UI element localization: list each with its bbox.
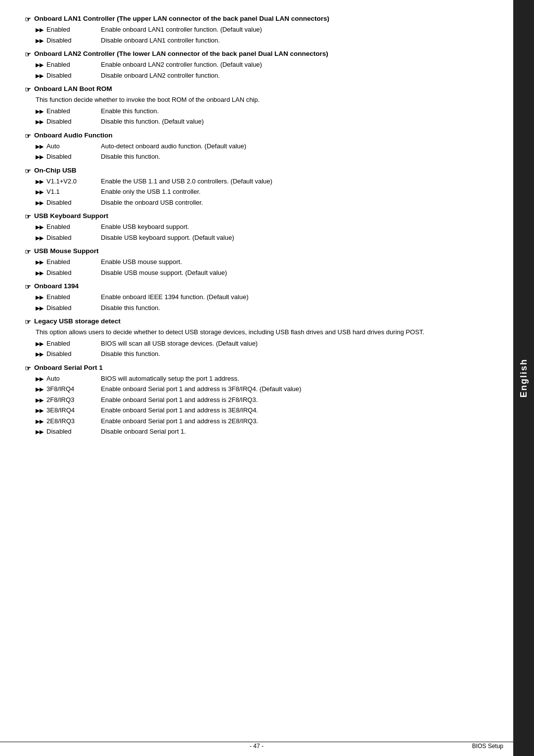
- bullet-icon: ▶▶: [36, 293, 44, 302]
- option-key: V1.1+V2.0: [46, 177, 101, 186]
- cursor-icon: ☞: [25, 167, 31, 175]
- option-value: Enable onboard Serial port 1 and address…: [101, 395, 258, 405]
- option-key: Disabled: [46, 71, 101, 81]
- option-item: ▶▶EnabledEnable onboard LAN2 controller …: [36, 60, 484, 70]
- side-tab-label: English: [519, 358, 529, 398]
- section-title-legacy-usb-detect: ☞Legacy USB storage detect: [25, 317, 484, 326]
- option-list-legacy-usb-detect: ▶▶EnabledBIOS will scan all USB storage …: [36, 339, 484, 359]
- option-key: Auto: [46, 141, 101, 151]
- cursor-icon: ☞: [25, 132, 31, 140]
- option-item: ▶▶EnabledEnable USB keyboard support.: [36, 222, 484, 232]
- option-item: ▶▶DisabledDisable USB mouse support. (De…: [36, 268, 484, 278]
- option-item: ▶▶DisabledDisable this function.: [36, 349, 484, 359]
- option-key: 2E8/IRQ3: [46, 416, 101, 426]
- option-value: Enable only the USB 1.1 controller.: [101, 187, 201, 197]
- option-key: Disabled: [46, 117, 101, 127]
- option-key: 3E8/IRQ4: [46, 405, 101, 415]
- option-key: 2F8/IRQ3: [46, 395, 101, 405]
- section-title-onboard-audio: ☞Onboard Audio Function: [25, 132, 484, 140]
- bullet-icon: ▶▶: [36, 188, 44, 196]
- option-list-lan1-controller: ▶▶EnabledEnable onboard LAN1 controller …: [36, 25, 484, 45]
- bullet-icon: ▶▶: [36, 340, 44, 348]
- option-value: Disable this function.: [101, 152, 160, 162]
- option-key: Enabled: [46, 339, 101, 349]
- footer-bios-label: BIOS Setup: [472, 743, 503, 750]
- option-key: Enabled: [46, 222, 101, 232]
- bullet-icon: ▶▶: [36, 107, 44, 116]
- sections-container: ☞Onboard LAN1 Controller (The upper LAN …: [25, 15, 484, 437]
- option-list-lan-boot-rom: ▶▶EnabledEnable this function.▶▶Disabled…: [36, 106, 484, 127]
- option-key: Disabled: [46, 36, 101, 45]
- option-item: ▶▶EnabledEnable onboard IEEE 1394 functi…: [36, 292, 484, 302]
- cursor-icon: ☞: [25, 86, 31, 93]
- bullet-icon: ▶▶: [36, 417, 44, 426]
- section-title-lan-boot-rom: ☞Onboard LAN Boot ROM: [25, 85, 484, 93]
- cursor-icon: ☞: [25, 364, 31, 372]
- section-title-onboard-serial-port1: ☞Onboard Serial Port 1: [25, 364, 484, 372]
- option-item: ▶▶2F8/IRQ3Enable onboard Serial port 1 a…: [36, 395, 484, 405]
- option-value: Enable the USB 1.1 and USB 2.0 controlle…: [101, 177, 272, 186]
- option-list-onboard-audio: ▶▶AutoAuto-detect onboard audio function…: [36, 141, 484, 162]
- section-title-text: On-Chip USB: [34, 167, 77, 174]
- bullet-icon: ▶▶: [36, 269, 44, 277]
- option-value: Disable USB keyboard support. (Default v…: [101, 233, 234, 243]
- bullet-icon: ▶▶: [36, 178, 44, 186]
- section-lan1-controller: ☞Onboard LAN1 Controller (The upper LAN …: [25, 15, 484, 45]
- section-title-text: Onboard LAN1 Controller (The upper LAN c…: [34, 15, 329, 22]
- section-on-chip-usb: ☞On-Chip USB▶▶V1.1+V2.0Enable the USB 1.…: [25, 167, 484, 208]
- cursor-icon: ☞: [25, 15, 31, 23]
- option-item: ▶▶2E8/IRQ3Enable onboard Serial port 1 a…: [36, 416, 484, 426]
- cursor-icon: ☞: [25, 213, 31, 221]
- option-value: Disable USB mouse support. (Default valu…: [101, 268, 227, 278]
- option-item: ▶▶AutoAuto-detect onboard audio function…: [36, 141, 484, 151]
- option-item: ▶▶3E8/IRQ4Enable onboard Serial port 1 a…: [36, 405, 484, 415]
- option-key: Enabled: [46, 25, 101, 35]
- footer-page-number: - 47 -: [250, 743, 264, 750]
- option-item: ▶▶DisabledDisable USB keyboard support. …: [36, 233, 484, 243]
- option-key: 3F8/IRQ4: [46, 384, 101, 394]
- option-value: Enable onboard Serial port 1 and address…: [101, 416, 258, 426]
- option-key: Disabled: [46, 233, 101, 243]
- section-lan2-controller: ☞Onboard LAN2 Controller (The lower LAN …: [25, 50, 484, 80]
- option-value: Disable onboard LAN1 controller function…: [101, 36, 220, 45]
- option-list-on-chip-usb: ▶▶V1.1+V2.0Enable the USB 1.1 and USB 2.…: [36, 177, 484, 208]
- main-content: ☞Onboard LAN1 Controller (The upper LAN …: [0, 0, 513, 756]
- footer: - 47 - BIOS Setup: [0, 742, 513, 746]
- option-key: Disabled: [46, 198, 101, 208]
- section-title-lan2-controller: ☞Onboard LAN2 Controller (The lower LAN …: [25, 50, 484, 58]
- option-value: Enable onboard IEEE 1394 function. (Defa…: [101, 292, 248, 302]
- option-list-lan2-controller: ▶▶EnabledEnable onboard LAN2 controller …: [36, 60, 484, 80]
- bullet-icon: ▶▶: [36, 37, 44, 45]
- section-title-on-chip-usb: ☞On-Chip USB: [25, 167, 484, 175]
- section-desc-legacy-usb-detect: This option allows users to decide wheth…: [36, 327, 484, 337]
- bullet-icon: ▶▶: [36, 153, 44, 161]
- option-key: Auto: [46, 374, 101, 384]
- section-desc-lan-boot-rom: This function decide whether to invoke t…: [36, 95, 484, 105]
- option-value: Disable this function.: [101, 303, 160, 313]
- option-item: ▶▶EnabledEnable this function.: [36, 106, 484, 116]
- section-title-usb-keyboard: ☞USB Keyboard Support: [25, 212, 484, 221]
- option-value: Enable onboard LAN1 controller function.…: [101, 25, 262, 35]
- section-title-text: Onboard LAN Boot ROM: [34, 85, 112, 92]
- cursor-icon: ☞: [25, 283, 31, 291]
- option-key: Disabled: [46, 427, 101, 437]
- option-item: ▶▶V1.1+V2.0Enable the USB 1.1 and USB 2.…: [36, 177, 484, 186]
- option-item: ▶▶DisabledDisable onboard LAN1 controlle…: [36, 36, 484, 45]
- section-title-text: Onboard 1394: [34, 282, 79, 290]
- bullet-icon: ▶▶: [36, 375, 44, 383]
- option-key: Disabled: [46, 303, 101, 313]
- option-value: Enable onboard Serial port 1 and address…: [101, 405, 258, 415]
- option-value: Disable onboard Serial port 1.: [101, 427, 186, 437]
- bullet-icon: ▶▶: [36, 118, 44, 126]
- bullet-icon: ▶▶: [36, 406, 44, 415]
- section-lan-boot-rom: ☞Onboard LAN Boot ROMThis function decid…: [25, 85, 484, 127]
- bullet-icon: ▶▶: [36, 26, 44, 34]
- option-item: ▶▶EnabledEnable onboard LAN1 controller …: [36, 25, 484, 35]
- option-value: Disable this function. (Default value): [101, 117, 204, 127]
- option-item: ▶▶EnabledBIOS will scan all USB storage …: [36, 339, 484, 349]
- option-list-usb-mouse: ▶▶EnabledEnable USB mouse support.▶▶Disa…: [36, 257, 484, 277]
- section-usb-keyboard: ☞USB Keyboard Support▶▶EnabledEnable USB…: [25, 212, 484, 242]
- bullet-icon: ▶▶: [36, 304, 44, 312]
- section-title-lan1-controller: ☞Onboard LAN1 Controller (The upper LAN …: [25, 15, 484, 23]
- option-list-onboard-serial-port1: ▶▶AutoBIOS will automatically setup the …: [36, 374, 484, 437]
